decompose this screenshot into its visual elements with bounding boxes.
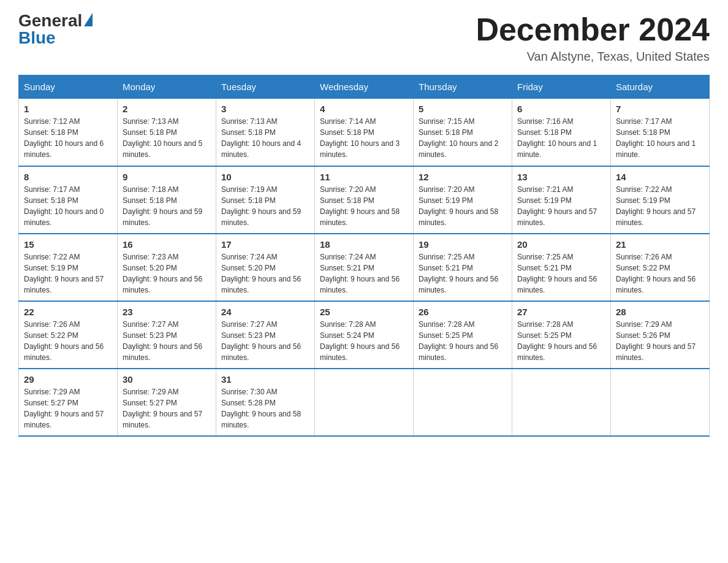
day-number: 3: [221, 104, 309, 114]
day-number: 28: [616, 307, 704, 317]
title-area: December 2024 Van Alstyne, Texas, United…: [476, 12, 710, 64]
day-info: Sunrise: 7:23 AMSunset: 5:20 PMDaylight:…: [123, 253, 202, 294]
day-info: Sunrise: 7:26 AMSunset: 5:22 PMDaylight:…: [616, 253, 696, 294]
day-number: 14: [616, 172, 704, 182]
logo: General Blue: [18, 12, 93, 47]
day-number: 9: [123, 172, 211, 182]
day-info: Sunrise: 7:12 AMSunset: 5:18 PMDaylight:…: [24, 117, 104, 159]
calendar-cell: 18Sunrise: 7:24 AMSunset: 5:21 PMDayligh…: [315, 234, 414, 301]
calendar-week-row: 15Sunrise: 7:22 AMSunset: 5:19 PMDayligh…: [19, 234, 710, 301]
calendar-cell: 2Sunrise: 7:13 AMSunset: 5:18 PMDaylight…: [118, 99, 216, 166]
day-info: Sunrise: 7:28 AMSunset: 5:25 PMDaylight:…: [419, 320, 498, 362]
day-number: 1: [24, 104, 112, 114]
day-number: 16: [123, 239, 211, 250]
calendar-cell: 4Sunrise: 7:14 AMSunset: 5:18 PMDaylight…: [315, 99, 414, 166]
calendar-cell: [512, 369, 611, 436]
day-number: 26: [419, 307, 507, 317]
day-number: 2: [123, 104, 211, 114]
day-number: 17: [221, 239, 309, 250]
day-number: 21: [616, 239, 704, 250]
calendar-cell: 22Sunrise: 7:26 AMSunset: 5:22 PMDayligh…: [19, 301, 118, 369]
day-number: 19: [419, 239, 507, 250]
day-number: 29: [24, 374, 112, 385]
day-info: Sunrise: 7:27 AMSunset: 5:23 PMDaylight:…: [221, 320, 301, 362]
column-header-monday: Monday: [118, 75, 216, 99]
day-number: 8: [24, 172, 112, 182]
calendar-cell: [611, 369, 710, 436]
calendar-cell: 3Sunrise: 7:13 AMSunset: 5:18 PMDaylight…: [216, 99, 315, 166]
calendar-cell: 6Sunrise: 7:16 AMSunset: 5:18 PMDaylight…: [512, 99, 611, 166]
day-info: Sunrise: 7:16 AMSunset: 5:18 PMDaylight:…: [517, 117, 597, 159]
day-info: Sunrise: 7:13 AMSunset: 5:18 PMDaylight:…: [123, 117, 202, 159]
column-header-thursday: Thursday: [414, 75, 512, 99]
calendar-cell: 12Sunrise: 7:20 AMSunset: 5:19 PMDayligh…: [414, 166, 512, 234]
calendar-cell: 8Sunrise: 7:17 AMSunset: 5:18 PMDaylight…: [19, 166, 118, 234]
day-info: Sunrise: 7:29 AMSunset: 5:27 PMDaylight:…: [123, 388, 202, 429]
day-number: 12: [419, 172, 507, 182]
day-number: 11: [320, 172, 408, 182]
calendar-cell: 24Sunrise: 7:27 AMSunset: 5:23 PMDayligh…: [216, 301, 315, 369]
day-number: 6: [517, 104, 605, 114]
calendar-header-row: SundayMondayTuesdayWednesdayThursdayFrid…: [19, 75, 710, 99]
calendar-cell: 9Sunrise: 7:18 AMSunset: 5:18 PMDaylight…: [118, 166, 216, 234]
day-info: Sunrise: 7:20 AMSunset: 5:18 PMDaylight:…: [320, 185, 400, 227]
column-header-sunday: Sunday: [19, 75, 118, 99]
day-info: Sunrise: 7:14 AMSunset: 5:18 PMDaylight:…: [320, 117, 400, 159]
day-number: 18: [320, 239, 408, 250]
day-number: 27: [517, 307, 605, 317]
calendar-cell: 28Sunrise: 7:29 AMSunset: 5:26 PMDayligh…: [611, 301, 710, 369]
calendar-cell: 15Sunrise: 7:22 AMSunset: 5:19 PMDayligh…: [19, 234, 118, 301]
day-number: 22: [24, 307, 112, 317]
day-info: Sunrise: 7:19 AMSunset: 5:18 PMDaylight:…: [221, 185, 301, 227]
day-number: 7: [616, 104, 704, 114]
day-number: 5: [419, 104, 507, 114]
day-info: Sunrise: 7:28 AMSunset: 5:24 PMDaylight:…: [320, 320, 400, 362]
day-info: Sunrise: 7:21 AMSunset: 5:19 PMDaylight:…: [517, 185, 597, 227]
day-number: 4: [320, 104, 408, 114]
day-number: 13: [517, 172, 605, 182]
day-number: 23: [123, 307, 211, 317]
day-info: Sunrise: 7:30 AMSunset: 5:28 PMDaylight:…: [221, 388, 301, 429]
day-info: Sunrise: 7:22 AMSunset: 5:19 PMDaylight:…: [616, 185, 696, 227]
calendar-week-row: 8Sunrise: 7:17 AMSunset: 5:18 PMDaylight…: [19, 166, 710, 234]
calendar-cell: 30Sunrise: 7:29 AMSunset: 5:27 PMDayligh…: [118, 369, 216, 436]
calendar-cell: 23Sunrise: 7:27 AMSunset: 5:23 PMDayligh…: [118, 301, 216, 369]
calendar-cell: 1Sunrise: 7:12 AMSunset: 5:18 PMDaylight…: [19, 99, 118, 166]
calendar-cell: 27Sunrise: 7:28 AMSunset: 5:25 PMDayligh…: [512, 301, 611, 369]
calendar-cell: 31Sunrise: 7:30 AMSunset: 5:28 PMDayligh…: [216, 369, 315, 436]
day-info: Sunrise: 7:17 AMSunset: 5:18 PMDaylight:…: [616, 117, 696, 159]
calendar-cell: 29Sunrise: 7:29 AMSunset: 5:27 PMDayligh…: [19, 369, 118, 436]
day-info: Sunrise: 7:25 AMSunset: 5:21 PMDaylight:…: [419, 253, 498, 294]
day-info: Sunrise: 7:25 AMSunset: 5:21 PMDaylight:…: [517, 253, 597, 294]
day-info: Sunrise: 7:18 AMSunset: 5:18 PMDaylight:…: [123, 185, 202, 227]
day-number: 31: [221, 374, 309, 385]
calendar-cell: 10Sunrise: 7:19 AMSunset: 5:18 PMDayligh…: [216, 166, 315, 234]
logo-general: General: [18, 12, 82, 29]
month-title: December 2024: [476, 12, 710, 47]
logo-blue: Blue: [18, 29, 56, 47]
location-subtitle: Van Alstyne, Texas, United States: [476, 50, 710, 64]
day-info: Sunrise: 7:29 AMSunset: 5:26 PMDaylight:…: [616, 320, 696, 362]
day-info: Sunrise: 7:22 AMSunset: 5:19 PMDaylight:…: [24, 253, 104, 294]
day-number: 25: [320, 307, 408, 317]
day-number: 30: [123, 374, 211, 385]
calendar-cell: 7Sunrise: 7:17 AMSunset: 5:18 PMDaylight…: [611, 99, 710, 166]
day-info: Sunrise: 7:24 AMSunset: 5:21 PMDaylight:…: [320, 253, 400, 294]
day-info: Sunrise: 7:29 AMSunset: 5:27 PMDaylight:…: [24, 388, 104, 429]
calendar-week-row: 22Sunrise: 7:26 AMSunset: 5:22 PMDayligh…: [19, 301, 710, 369]
day-info: Sunrise: 7:26 AMSunset: 5:22 PMDaylight:…: [24, 320, 104, 362]
day-info: Sunrise: 7:20 AMSunset: 5:19 PMDaylight:…: [419, 185, 498, 227]
column-header-friday: Friday: [512, 75, 611, 99]
page-header: General Blue December 2024 Van Alstyne, …: [18, 12, 710, 64]
calendar-cell: 21Sunrise: 7:26 AMSunset: 5:22 PMDayligh…: [611, 234, 710, 301]
day-info: Sunrise: 7:28 AMSunset: 5:25 PMDaylight:…: [517, 320, 597, 362]
calendar-week-row: 29Sunrise: 7:29 AMSunset: 5:27 PMDayligh…: [19, 369, 710, 436]
column-header-tuesday: Tuesday: [216, 75, 315, 99]
calendar-week-row: 1Sunrise: 7:12 AMSunset: 5:18 PMDaylight…: [19, 99, 710, 166]
day-number: 20: [517, 239, 605, 250]
calendar-cell: 26Sunrise: 7:28 AMSunset: 5:25 PMDayligh…: [414, 301, 512, 369]
calendar-cell: 16Sunrise: 7:23 AMSunset: 5:20 PMDayligh…: [118, 234, 216, 301]
day-number: 15: [24, 239, 112, 250]
calendar-cell: 5Sunrise: 7:15 AMSunset: 5:18 PMDaylight…: [414, 99, 512, 166]
day-info: Sunrise: 7:17 AMSunset: 5:18 PMDaylight:…: [24, 185, 104, 227]
